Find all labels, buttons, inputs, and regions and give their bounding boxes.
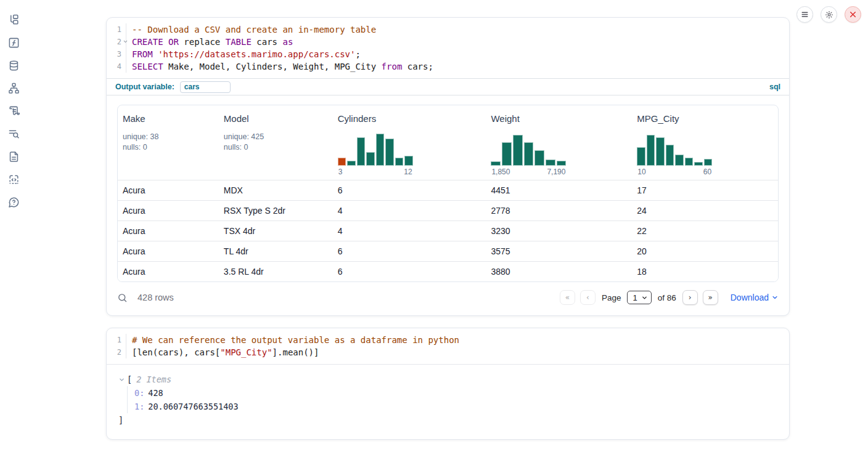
datasources-icon[interactable] (7, 59, 20, 72)
code-line: 2[len(cars), cars["MPG_City"].mean()] (107, 346, 789, 358)
table-row: AcuraTSX 4dr4323022 (118, 220, 778, 241)
sql-code-editor[interactable]: 1-- Download a CSV and create an in-memo… (107, 18, 789, 78)
table-row: AcuraTL 4dr6357520 (118, 241, 778, 261)
column-header-mpg_city[interactable]: MPG_City1060 (632, 105, 778, 180)
table-output: Makeunique: 38nulls: 0Modelunique: 425nu… (107, 95, 789, 282)
file-explorer-icon[interactable] (7, 13, 20, 26)
python-cell: 1# We can reference the output variable … (106, 328, 790, 440)
settings-button[interactable] (821, 6, 837, 23)
histogram-bar (524, 142, 534, 166)
data-table: Makeunique: 38nulls: 0Modelunique: 425nu… (117, 105, 779, 282)
table-cell: 24 (632, 206, 778, 216)
tree-close-bracket: ] (118, 413, 777, 427)
tree-children: 0:4281:20.060747663551403 (127, 386, 777, 413)
histogram-bar (694, 162, 703, 166)
output-variable-label: Output variable: (115, 83, 174, 91)
previous-page-button[interactable]: ‹ (580, 290, 596, 305)
tree-entry: 1:20.060747663551403 (134, 400, 777, 413)
histogram-bar (376, 134, 385, 166)
line-number-gutter: 4 (107, 60, 126, 73)
last-page-button[interactable]: » (703, 290, 718, 305)
tree-collapse-icon[interactable] (118, 376, 125, 383)
axis-max-label: 7,190 (547, 168, 565, 176)
dependency-graph-icon[interactable] (7, 81, 20, 95)
row-count: 428 rows (137, 293, 174, 302)
histogram-bar (347, 161, 356, 166)
histogram-bar (557, 161, 567, 166)
column-title: Make (123, 113, 214, 124)
line-number: 1 (117, 25, 121, 34)
histogram-bar (404, 156, 413, 166)
axis-max-label: 60 (703, 168, 711, 176)
shutdown-button[interactable] (845, 6, 861, 23)
column-header-cylinders[interactable]: Cylinders312 (333, 105, 486, 180)
page-select[interactable]: 1 (627, 291, 651, 304)
menu-button[interactable] (796, 6, 813, 23)
tree-entry-key: 0: (134, 388, 144, 398)
first-page-button[interactable]: « (560, 290, 575, 305)
line-number: 2 (117, 348, 121, 357)
download-menu[interactable]: Download (731, 293, 779, 302)
table-cell: 6 (333, 267, 486, 277)
column-stat: unique: 38 (123, 132, 214, 142)
language-badge: sql (769, 83, 780, 91)
documentation-icon[interactable] (7, 150, 20, 163)
tree-open-bracket: [ (127, 374, 132, 384)
table-cell: Acura (118, 226, 219, 236)
histogram-bar (502, 142, 512, 166)
fold-indicator-icon[interactable] (123, 39, 128, 44)
column-header-weight[interactable]: Weight1,8507,190 (486, 105, 632, 180)
tree-entry-value: 20.060747663551403 (148, 402, 238, 411)
histogram-bar (385, 139, 394, 166)
search-button[interactable] (117, 293, 128, 303)
table-cell: 17 (632, 185, 778, 195)
close-icon (849, 10, 857, 18)
table-cell: 18 (632, 267, 778, 277)
column-header-make[interactable]: Makeunique: 38nulls: 0 (118, 105, 219, 180)
table-body: AcuraMDX6445117AcuraRSX Type S 2dr427782… (118, 180, 778, 281)
table-row: AcuraMDX6445117 (118, 180, 778, 200)
python-code-editor[interactable]: 1# We can reference the output variable … (107, 328, 789, 364)
histogram-bar (637, 147, 645, 166)
tree-entry-key: 1: (134, 402, 144, 411)
column-header-model[interactable]: Modelunique: 425nulls: 0 (219, 105, 333, 180)
histogram-bar (513, 135, 523, 166)
line-number: 4 (117, 62, 121, 71)
table-cell: 2778 (486, 206, 632, 216)
output-variable-input[interactable] (180, 81, 231, 93)
axis-min-label: 3 (338, 168, 343, 176)
sql-output-variable-bar: Output variable: sql (107, 78, 789, 95)
page-select-value: 1 (633, 293, 637, 302)
histogram-bar (357, 137, 366, 166)
histogram-bar (546, 160, 555, 166)
axis-min-label: 1,850 (491, 168, 510, 176)
histogram-bar (704, 159, 713, 166)
chevron-down-icon (771, 294, 779, 301)
histogram-axis: 312 (338, 168, 413, 176)
pagination: « ‹ Page 1 of 86 › » (560, 290, 718, 305)
scratchpad-icon[interactable] (7, 104, 20, 118)
column-stat: nulls: 0 (123, 142, 214, 153)
logs-icon[interactable] (7, 127, 20, 140)
code-line: 4SELECT Make, Model, Cylinders, Weight, … (107, 60, 789, 73)
sql-cell: 1-- Download a CSV and create an in-memo… (106, 17, 790, 316)
histogram-bar (395, 158, 404, 166)
notebook: 1-- Download a CSV and create an in-memo… (106, 17, 790, 440)
variables-icon[interactable] (7, 36, 20, 49)
column-histogram: 1,8507,190 (491, 132, 566, 176)
table-cell: TL 4dr (219, 246, 333, 256)
table-header-row: Makeunique: 38nulls: 0Modelunique: 425nu… (118, 105, 778, 180)
table-cell: Acura (118, 185, 219, 195)
line-number-gutter: 1 (107, 23, 126, 36)
table-cell: 4451 (486, 185, 632, 195)
help-icon[interactable] (7, 195, 20, 209)
snippets-icon[interactable] (7, 172, 20, 186)
search-icon (117, 293, 128, 303)
python-output: [ 2 Items 0:4281:20.060747663551403 ] (107, 364, 789, 439)
table-cell: 4 (333, 206, 486, 216)
tree-entry-value: 428 (148, 388, 163, 398)
histogram-bar (366, 152, 375, 166)
code-text: # We can reference the output variable a… (126, 334, 459, 346)
tree-entry: 0:428 (134, 386, 777, 400)
next-page-button[interactable]: › (682, 290, 698, 305)
